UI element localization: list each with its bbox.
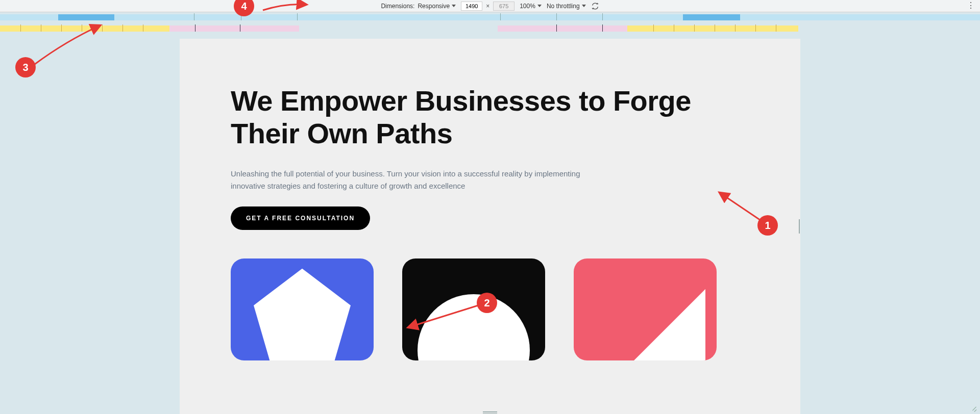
throttling-value: No throttling [547,3,580,10]
feature-card-black[interactable] [402,258,545,360]
zoom-dropdown[interactable]: 100% [520,3,542,10]
device-viewport-container: We Empower Businesses to Forge Their Own… [0,39,980,414]
feature-card-red[interactable] [574,258,717,360]
rotate-device-button[interactable] [591,2,599,10]
hero-subtitle: Unleashing the full potential of your bu… [231,168,598,192]
throttling-dropdown[interactable]: No throttling [547,3,586,10]
resize-handle-bottom[interactable] [483,411,497,414]
kebab-menu-icon[interactable]: ⋮ [967,2,975,10]
resize-handle-corner[interactable] [971,405,977,411]
hero-title: We Empower Businesses to Forge Their Own… [231,85,749,150]
chevron-down-icon [452,5,456,7]
chevron-down-icon [537,5,542,7]
ruler-range-yellow [0,25,169,32]
page-content: We Empower Businesses to Forge Their Own… [180,39,800,360]
breakpoint-ruler[interactable] [0,12,980,39]
ruler-range-pink [498,25,627,32]
ruler-range-blue [58,14,114,20]
resize-handle-right[interactable] [799,219,800,234]
chevron-down-icon [582,5,586,7]
zoom-value: 100% [520,3,535,10]
ruler-range-pink [169,25,299,32]
dimensions-mode: Responsive [418,3,450,10]
dimensions-label: Dimensions: [381,3,414,10]
ruler-range-blue [683,14,740,20]
dimension-separator: × [486,3,489,10]
viewport-height-input[interactable] [493,2,514,11]
devtools-device-toolbar: Dimensions: Responsive × 100% No throttl… [0,0,980,12]
feature-card-blue[interactable] [231,258,374,360]
ruler-range-full [0,14,980,20]
cta-button[interactable]: GET A FREE CONSULTATION [231,206,370,230]
responsive-device-frame: We Empower Businesses to Forge Their Own… [180,39,800,414]
dimensions-dropdown[interactable]: Dimensions: Responsive [381,3,456,10]
viewport-width-input[interactable] [461,2,482,11]
feature-cards [231,258,749,360]
